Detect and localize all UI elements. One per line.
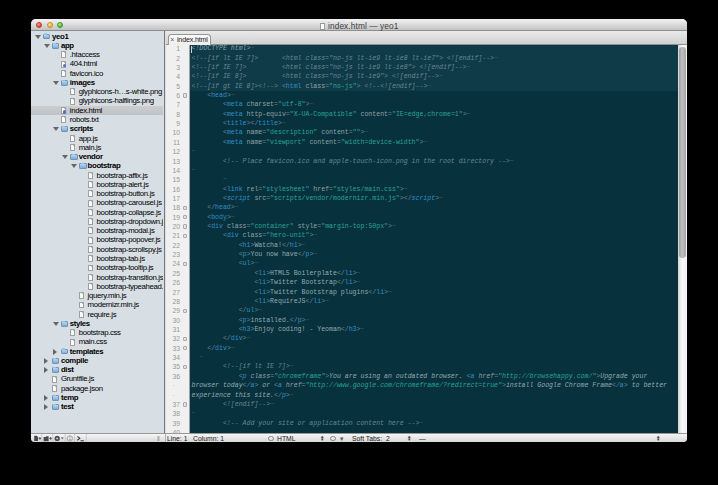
svg-text:1: 1 xyxy=(68,435,71,441)
